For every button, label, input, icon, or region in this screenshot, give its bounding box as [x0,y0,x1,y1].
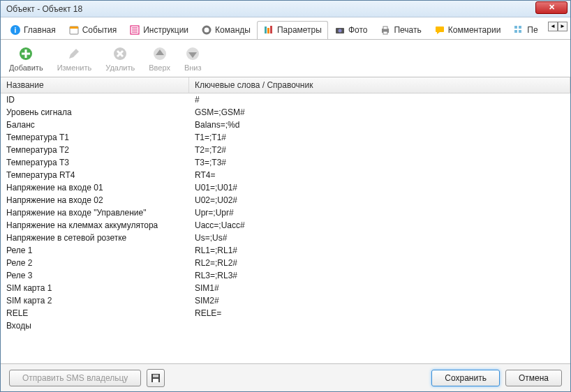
tool-label: Добавить [9,63,43,72]
cell-name: Температура T2 [1,144,189,156]
tab-scroll-left[interactable]: ◄ [548,22,558,31]
delete-button[interactable]: Удалить [105,45,135,72]
table-row[interactable]: SIM карта 2SIM2# [1,294,570,307]
table-row[interactable]: Реле 3RL3=;RL3# [1,269,570,282]
info-icon: i [10,24,21,36]
table-row[interactable]: Реле 1RL1=;RL1# [1,244,570,257]
comment-icon [434,24,445,36]
svg-rect-22 [514,30,517,33]
table-row[interactable]: Реле 2RL2=;RL2# [1,257,570,269]
tab-main[interactable]: i Главная [3,21,62,38]
app-window: Объект - Объект 18 ✕ i Главная События И… [0,0,571,392]
tab-print[interactable]: Печать [373,21,427,38]
window-title: Объект - Объект 18 [6,4,535,14]
grid-body: ID#Уровень сигналаGSM=;GSM#БалансBalans=… [1,93,570,332]
edit-button[interactable]: Изменить [57,45,92,72]
column-header-name[interactable]: Название [1,77,189,93]
up-button[interactable]: Вверх [149,45,170,72]
list-icon [129,24,140,36]
cell-name: Реле 3 [1,269,189,282]
table-row[interactable]: Напряжение на входе "Управление"Upr=;Upr… [1,206,570,219]
tab-photo[interactable]: Фото [328,21,374,38]
tool-label: Вверх [149,63,170,72]
cell-keys: Us=;Us# [189,232,570,244]
svg-rect-37 [153,379,158,382]
tool-label: Удалить [105,63,135,72]
table-row[interactable]: Напряжение на входе 02U02=;U02# [1,194,570,206]
svg-rect-17 [383,31,387,34]
svg-rect-11 [267,28,269,33]
tab-scroll: ◄ ► [548,22,568,31]
tab-scroll-right[interactable]: ► [558,22,568,31]
table-row[interactable]: Температура T1T1=;T1# [1,131,570,144]
pencil-icon [66,45,82,62]
printer-icon [380,24,391,36]
close-button[interactable]: ✕ [535,1,568,14]
table-row[interactable]: Температура T3T3=;T3# [1,156,570,169]
footer: Отправить SMS владельцу Сохранить Отмена [1,363,570,391]
disk-icon [151,373,161,383]
cell-keys: U02=;U02# [189,194,570,206]
down-button[interactable]: Вниз [184,45,202,72]
cell-keys: T3=;T3# [189,156,570,169]
cell-keys: U01=;U01# [189,181,570,194]
toolbar: Добавить Изменить Удалить Вверх Вниз [1,40,570,77]
table-row[interactable]: БалансBalans=;%d [1,119,570,131]
table-row[interactable]: RELERELE= [1,307,570,319]
tab-commands[interactable]: Команды [195,21,257,38]
table-row[interactable]: Напряжение в сетевой розеткеUs=;Us# [1,232,570,244]
tab-label: Комментарии [448,25,501,35]
tab-instructions[interactable]: Инструкции [123,21,195,38]
tab-label: Пе [527,25,537,35]
arrow-up-icon [151,45,168,62]
tab-label: Фото [348,25,368,35]
cancel-button[interactable]: Отмена [505,370,562,386]
table-row[interactable]: SIM карта 1SIM1# [1,282,570,294]
tab-label: Главная [24,25,56,35]
tool-label: Вниз [184,63,202,72]
tab-parameters[interactable]: Параметры [257,21,328,39]
svg-rect-26 [22,52,30,54]
table-row[interactable]: Уровень сигналаGSM=;GSM# [1,106,570,119]
tab-label: Инструкции [143,25,188,35]
send-sms-button[interactable]: Отправить SMS владельцу [9,370,141,386]
cell-name: Напряжение на клеммах аккумулятора [1,219,189,232]
add-button[interactable]: Добавить [9,45,43,72]
svg-text:i: i [15,27,17,34]
svg-rect-16 [383,27,387,29]
svg-marker-19 [437,32,440,34]
svg-rect-36 [153,375,158,377]
cell-keys: Balans=;%d [189,119,570,131]
svg-marker-27 [69,49,79,59]
tab-more[interactable]: Пе [507,21,540,38]
cell-name: Напряжение в сетевой розетке [1,232,189,244]
arrow-down-icon [184,45,201,62]
table-row[interactable]: Температура RT4RT4= [1,169,570,181]
cell-keys: SIM2# [189,294,570,307]
delete-icon [112,45,128,62]
cell-keys: Uacc=;Uacc# [189,219,570,232]
table-row[interactable]: Температура T2T2=;T2# [1,144,570,156]
table-row[interactable]: ID# [1,93,570,106]
table-row[interactable]: Напряжение на клеммах аккумулятораUacc=;… [1,219,570,232]
save-button[interactable]: Сохранить [431,370,500,386]
cell-name: Реле 2 [1,257,189,269]
column-header-keys[interactable]: Ключевые слова / Справочник [189,77,570,93]
tab-comments[interactable]: Комментарии [428,21,507,38]
save-disk-button[interactable] [147,369,165,387]
svg-rect-10 [265,27,267,33]
gear-icon [201,24,212,36]
calendar-icon [68,24,80,36]
table-row[interactable]: Напряжение на входе 01U01=;U01# [1,181,570,194]
tab-events[interactable]: События [62,21,124,38]
tool-label: Изменить [57,63,92,72]
cell-keys: RELE= [189,307,570,319]
cell-keys: RL3=;RL3# [189,269,570,282]
svg-point-9 [205,29,208,31]
cell-name: Напряжение на входе 01 [1,181,189,194]
cell-name: Температура T3 [1,156,189,169]
cell-keys: RL2=;RL2# [189,257,570,269]
cell-name: Реле 1 [1,244,189,257]
table-row[interactable]: Входы [1,319,570,332]
sliders-icon [263,24,274,36]
